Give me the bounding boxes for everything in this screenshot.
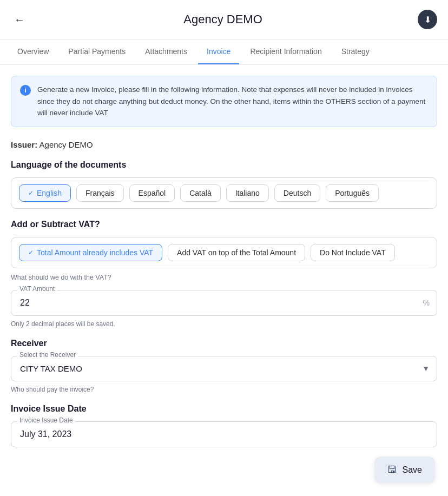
tab-bar: Overview Partial Payments Attachments In… [0,39,448,65]
language-label-english: English [37,189,62,197]
issuer-label: Issuer: [11,140,37,149]
tab-invoice[interactable]: Invoice [198,39,239,64]
language-label-catala: Català [189,189,211,197]
receiver-hint: Who should pay the invoice? [11,386,437,393]
vat-label-do-not-include: Do Not Include VAT [320,248,386,257]
language-option-francais[interactable]: Français [76,184,124,202]
language-option-espanol[interactable]: Español [129,184,175,202]
receiver-section: Receiver Select the Receiver CITY TAX DE… [11,339,437,393]
invoice-date-input[interactable] [11,421,437,447]
vat-section-title: Add or Subtract VAT? [11,220,437,229]
language-section-title: Language of the documents [11,160,437,170]
receiver-select-group: Select the Receiver CITY TAX DEMO ▼ [11,356,437,381]
invoice-date-title: Invoice Issue Date [11,404,437,414]
language-option-catala[interactable]: Català [180,184,220,202]
download-button[interactable]: ⬇ [418,10,437,29]
page-title: Agency DEMO [183,12,262,27]
tab-strategy[interactable]: Strategy [333,39,378,64]
save-icon: 🖫 [387,464,397,475]
tab-recipient-information[interactable]: Recipient Information [241,39,330,64]
invoice-date-group: Invoice Issue Date [11,421,437,447]
vat-amount-hint: Only 2 decimal places will be saved. [11,320,437,328]
vat-amount-group: VAT Amount % [11,290,437,316]
check-icon: ✓ [28,189,34,197]
issuer-value: Agency DEMO [39,140,93,149]
receiver-select[interactable]: CITY TAX DEMO [11,356,437,381]
save-label: Save [403,465,422,475]
language-options: ✓ English Français Español Català Italia… [11,177,437,209]
issuer-line: Issuer: Agency DEMO [11,140,437,149]
language-option-italiano[interactable]: Italiano [226,184,269,202]
language-option-deutsch[interactable]: Deutsch [274,184,320,202]
info-banner-text: Generate a new Invoice, please fill in t… [37,84,428,119]
percent-suffix: % [423,299,430,307]
vat-amount-label: VAT Amount [17,285,57,293]
save-button[interactable]: 🖫 Save [374,457,435,483]
vat-option-includes[interactable]: ✓ Total Amount already includes VAT [19,244,162,261]
download-icon: ⬇ [424,15,431,25]
language-label-espanol: Español [139,189,166,197]
tab-attachments[interactable]: Attachments [136,39,196,64]
vat-label-add-top: Add VAT on top of the Total Amount [177,248,296,257]
tab-partial-payments[interactable]: Partial Payments [60,39,134,64]
info-icon: i [20,85,31,96]
language-label-portugues: Português [335,189,370,197]
vat-section: Add or Subtract VAT? ✓ Total Amount alre… [11,220,437,328]
header: ← Agency DEMO ⬇ [0,0,448,39]
main-content: i Generate a new Invoice, please fill in… [0,65,448,496]
invoice-date-label: Invoice Issue Date [17,416,75,424]
vat-hint: What should we do with the VAT? [11,274,437,281]
vat-options: ✓ Total Amount already includes VAT Add … [11,237,437,268]
language-label-deutsch: Deutsch [284,189,311,197]
back-icon: ← [14,14,25,26]
vat-amount-input[interactable] [11,290,437,316]
check-icon-vat: ✓ [28,249,34,256]
vat-option-add-top[interactable]: Add VAT on top of the Total Amount [168,244,305,261]
language-label-italiano: Italiano [235,189,260,197]
language-option-english[interactable]: ✓ English [19,184,71,202]
language-label-francais: Français [85,189,115,197]
tab-overview[interactable]: Overview [9,39,57,64]
language-option-portugues[interactable]: Português [326,184,379,202]
receiver-select-label: Select the Receiver [17,351,78,359]
info-banner: i Generate a new Invoice, please fill in… [11,76,437,127]
vat-label-includes: Total Amount already includes VAT [37,248,153,257]
receiver-title: Receiver [11,339,437,348]
invoice-date-section: Invoice Issue Date Invoice Issue Date [11,404,437,447]
back-button[interactable]: ← [11,11,28,28]
language-section: Language of the documents ✓ English Fran… [11,160,437,209]
vat-option-do-not-include[interactable]: Do Not Include VAT [311,244,395,261]
